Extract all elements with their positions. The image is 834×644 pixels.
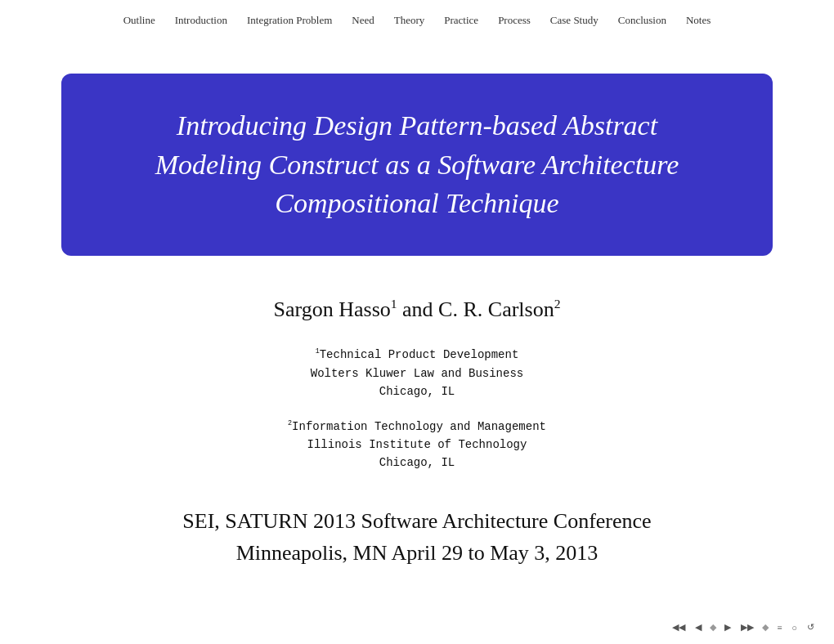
conference-line1: SEI, SATURN 2013 Software Architecture C… <box>182 509 651 533</box>
nav-item-outline[interactable]: Outline <box>114 14 165 27</box>
conference-info: SEI, SATURN 2013 Software Architecture C… <box>182 505 651 569</box>
conference-line2: Minneapolis, MN April 29 to May 3, 2013 <box>236 541 599 565</box>
nav-item-case-study[interactable]: Case Study <box>540 14 608 27</box>
aff1-line2: Wolters Kluwer Law and Business <box>311 367 523 380</box>
refresh-button[interactable]: ↺ <box>804 620 818 634</box>
main-content: Introducing Design Pattern-based Abstrac… <box>0 41 834 644</box>
search-button[interactable]: ○ <box>788 621 800 634</box>
menu-button[interactable]: ≡ <box>773 621 785 634</box>
nav-item-introduction[interactable]: Introduction <box>165 14 237 27</box>
title-box: Introducing Design Pattern-based Abstrac… <box>61 74 773 256</box>
affiliations-section: 1Technical Product Development Wolters K… <box>288 346 546 472</box>
aff2-line1: Information Technology and Management <box>292 420 546 433</box>
author2-name: C. R. Carlson <box>438 297 554 320</box>
nav-item-theory[interactable]: Theory <box>384 14 435 27</box>
authors-line: Sargon Hasso1 and C. R. Carlson2 <box>274 297 561 322</box>
nav-item-practice[interactable]: Practice <box>434 14 488 27</box>
separator-2: ◆ <box>762 622 769 633</box>
prev-slide-button[interactable]: ◀ <box>692 620 705 634</box>
aff1-line3: Chicago, IL <box>379 385 455 398</box>
next-frame-button[interactable]: ▶▶ <box>738 620 757 634</box>
nav-item-conclusion[interactable]: Conclusion <box>608 14 676 27</box>
aff2-line3: Chicago, IL <box>379 456 455 469</box>
aff2-line2: Illinois Institute of Technology <box>307 438 527 451</box>
next-slide-button[interactable]: ▶ <box>721 620 734 634</box>
nav-item-need[interactable]: Need <box>342 14 383 27</box>
nav-item-integration-problem[interactable]: Integration Problem <box>237 14 342 27</box>
navigation-bar: Outline Introduction Integration Problem… <box>0 0 834 41</box>
nav-item-notes[interactable]: Notes <box>676 14 720 27</box>
slide-controls: ◀◀ ◀ ◆ ▶ ▶▶ ◆ ≡ ○ ↺ <box>669 620 818 634</box>
separator-1: ◆ <box>710 622 716 633</box>
affiliation-1: 1Technical Product Development Wolters K… <box>311 346 523 400</box>
author2-superscript: 2 <box>554 297 561 311</box>
affiliation-2: 2Information Technology and Management I… <box>288 418 546 472</box>
author1-superscript: 1 <box>391 297 397 311</box>
presentation-title: Introducing Design Pattern-based Abstrac… <box>110 106 724 223</box>
and-text: and <box>402 297 438 320</box>
nav-item-process[interactable]: Process <box>488 14 540 27</box>
aff1-line1: Technical Product Development <box>320 348 519 361</box>
author1-name: Sargon Hasso <box>274 297 391 320</box>
prev-frame-button[interactable]: ◀◀ <box>669 620 688 634</box>
